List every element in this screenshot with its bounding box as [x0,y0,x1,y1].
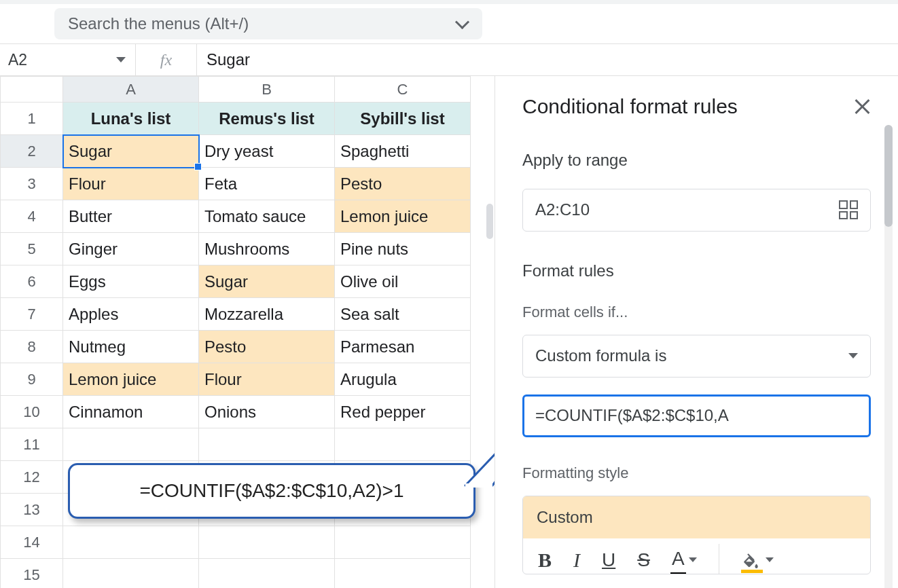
cell[interactable]: Pine nuts [335,233,471,265]
formatting-style-box: Custom B I U S A [522,496,871,574]
cell[interactable]: Nutmeg [63,331,199,363]
formula-bar[interactable]: Sugar [197,44,898,75]
fill-color-button[interactable] [741,551,774,569]
cell[interactable]: Ginger [63,233,199,265]
vertical-scrollbar[interactable] [486,204,493,239]
table-header-cell[interactable]: Remus's list [199,103,335,135]
cell[interactable] [199,428,335,461]
strike-button[interactable]: S [637,549,650,571]
cell[interactable]: Lemon juice [335,200,471,233]
name-box-value: A2 [8,51,27,69]
cell[interactable] [63,526,199,559]
cell[interactable]: Cinnamon [63,396,199,428]
cell[interactable]: Red pepper [335,396,471,428]
table-header-cell[interactable]: Luna's list [63,103,199,135]
row-header[interactable]: 9 [1,363,63,396]
cell[interactable]: Apples [63,298,199,331]
cell[interactable]: Arugula [335,363,471,396]
bold-button[interactable]: B [538,549,552,572]
paint-bucket-icon [741,551,761,569]
column-header[interactable]: C [335,77,471,103]
spreadsheet-grid[interactable]: ABC1Luna's listRemus's listSybill's list… [0,76,495,588]
caret-down-icon [766,557,774,562]
annotation-callout: =COUNTIF($A$2:$C$10,A2)>1 [68,463,475,519]
cell[interactable]: Onions [199,396,335,428]
cell[interactable]: Olive oil [335,265,471,298]
range-input[interactable]: A2:C10 [522,189,871,232]
caret-down-icon [848,353,858,359]
fx-icon: fx [136,44,197,75]
italic-button[interactable]: I [573,549,580,572]
cell[interactable]: Mushrooms [199,233,335,265]
select-all-cell[interactable] [1,77,63,103]
range-value: A2:C10 [535,200,590,219]
format-rules-label: Format rules [522,261,871,280]
cell[interactable] [199,559,335,589]
cell[interactable]: Pesto [199,331,335,363]
cell[interactable] [63,559,199,589]
menu-search-input[interactable] [67,14,455,34]
format-cells-if-label: Format cells if... [522,304,871,321]
cell[interactable]: Lemon juice [63,363,199,396]
row-header[interactable]: 14 [1,526,63,559]
chevron-down-icon [455,16,470,31]
cell[interactable]: Dry yeast [199,135,335,168]
row-header[interactable]: 1 [1,103,63,135]
cell[interactable]: Feta [199,168,335,200]
panel-title: Conditional format rules [522,95,738,118]
text-color-button[interactable]: A [672,548,697,572]
cell[interactable] [335,526,471,559]
cell[interactable] [63,428,199,461]
cell[interactable]: Spaghetti [335,135,471,168]
cell[interactable]: Pesto [335,168,471,200]
row-header[interactable]: 8 [1,331,63,363]
cell[interactable]: Tomato sauce [199,200,335,233]
custom-formula-input[interactable]: =COUNTIF($A$2:$C$10,A [522,394,871,437]
select-range-icon[interactable] [839,200,858,219]
cell[interactable]: Mozzarella [199,298,335,331]
cell[interactable] [199,526,335,559]
name-box[interactable]: A2 [0,44,136,75]
column-header[interactable]: B [199,77,335,103]
cell[interactable]: Sea salt [335,298,471,331]
cell[interactable]: Flour [199,363,335,396]
cell[interactable] [335,428,471,461]
menu-search[interactable] [54,8,482,39]
row-header[interactable]: 11 [1,428,63,461]
annotation-text: =COUNTIF($A$2:$C$10,A2)>1 [139,480,403,501]
row-header[interactable]: 4 [1,200,63,233]
row-header[interactable]: 3 [1,168,63,200]
row-header[interactable]: 12 [1,461,63,494]
row-header[interactable]: 10 [1,396,63,428]
underline-button[interactable]: U [602,549,615,571]
apply-to-range-label: Apply to range [522,151,871,170]
row-header[interactable]: 6 [1,265,63,298]
cell[interactable]: Eggs [63,265,199,298]
style-preview[interactable]: Custom [523,496,870,538]
caret-down-icon [116,57,126,62]
condition-value: Custom formula is [535,346,666,365]
close-icon[interactable] [853,98,871,115]
cell[interactable]: Sugar [199,265,335,298]
custom-formula-value: =COUNTIF($A$2:$C$10,A [535,406,729,425]
row-header[interactable]: 7 [1,298,63,331]
cell[interactable]: Butter [63,200,199,233]
column-header[interactable]: A [63,77,199,103]
cell[interactable]: Sugar [63,135,199,168]
cell[interactable]: Parmesan [335,331,471,363]
formatting-style-label: Formatting style [522,464,871,482]
row-header[interactable]: 13 [1,494,63,526]
caret-down-icon [689,557,697,562]
row-header[interactable]: 5 [1,233,63,265]
cell[interactable]: Flour [63,168,199,200]
row-header[interactable]: 2 [1,135,63,168]
cell[interactable] [335,559,471,589]
panel-scrollbar[interactable] [884,125,893,588]
formula-bar-value: Sugar [206,50,250,69]
table-header-cell[interactable]: Sybill's list [335,103,471,135]
style-name: Custom [537,508,593,527]
conditional-format-panel: Conditional format rules Apply to range … [495,76,898,588]
condition-select[interactable]: Custom formula is [522,335,871,378]
row-header[interactable]: 15 [1,559,63,589]
